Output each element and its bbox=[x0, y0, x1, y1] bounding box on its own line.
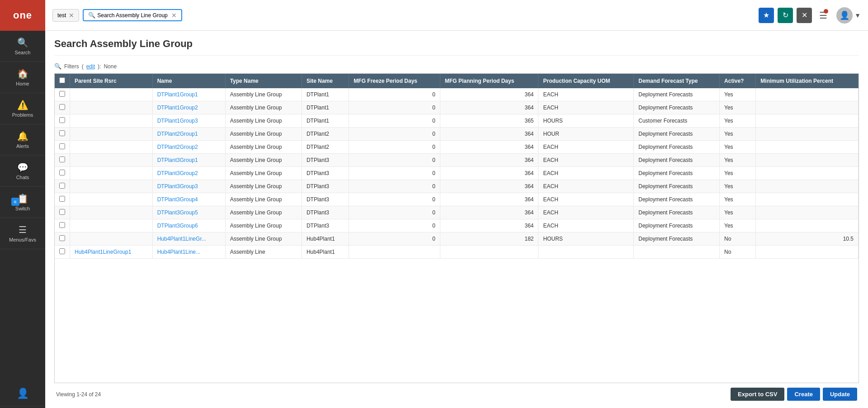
filter-icon: 🔍 bbox=[54, 63, 61, 70]
row-checkbox[interactable] bbox=[59, 104, 65, 110]
row-name[interactable]: Hub4Plant1LineGr... bbox=[152, 232, 225, 246]
row-checkbox-cell bbox=[55, 128, 70, 141]
row-name[interactable]: DTPlant1Group3 bbox=[152, 114, 225, 128]
footer-actions: Export to CSV Create Update bbox=[731, 388, 857, 401]
row-name[interactable]: DTPlant3Group1 bbox=[152, 154, 225, 167]
page-header: Search Assembly Line Group bbox=[54, 38, 859, 56]
row-name[interactable]: Hub4Plant1Line... bbox=[152, 246, 225, 259]
row-mfg-planning: 364 bbox=[440, 167, 538, 180]
table-row: DTPlant3Group3 Assembly Line Group DTPla… bbox=[55, 180, 859, 193]
row-mfg-planning bbox=[440, 246, 538, 259]
row-uom bbox=[538, 246, 634, 259]
row-name[interactable]: DTPlant2Group2 bbox=[152, 141, 225, 154]
row-checkbox[interactable] bbox=[59, 222, 65, 228]
row-checkbox[interactable] bbox=[59, 196, 65, 202]
sidebar-item-chats[interactable]: 💬 Chats bbox=[0, 156, 45, 187]
row-mfg-planning: 364 bbox=[440, 101, 538, 114]
home-icon: 🏠 bbox=[17, 68, 28, 79]
row-name[interactable]: DTPlant3Group3 bbox=[152, 180, 225, 193]
bell-icon: 🔔 bbox=[17, 131, 28, 142]
table-row: DTPlant3Group4 Assembly Line Group DTPla… bbox=[55, 193, 859, 206]
row-type: Assembly Line Group bbox=[225, 193, 302, 206]
row-name[interactable]: DTPlant1Group2 bbox=[152, 101, 225, 114]
sidebar-item-home[interactable]: 🏠 Home bbox=[0, 62, 45, 93]
filters-edit-link[interactable]: edit bbox=[86, 63, 95, 70]
row-min-util bbox=[756, 154, 859, 167]
favorite-button[interactable]: ★ bbox=[759, 8, 774, 23]
close-page-button[interactable]: ✕ bbox=[797, 8, 812, 23]
export-csv-button[interactable]: Export to CSV bbox=[731, 388, 784, 401]
row-checkbox-cell bbox=[55, 206, 70, 219]
row-name[interactable]: DTPlant2Group1 bbox=[152, 128, 225, 141]
row-type: Assembly Line Group bbox=[225, 128, 302, 141]
row-uom: EACH bbox=[538, 154, 634, 167]
row-uom: EACH bbox=[538, 101, 634, 114]
row-uom: EACH bbox=[538, 167, 634, 180]
row-checkbox[interactable] bbox=[59, 170, 65, 176]
row-active: Yes bbox=[720, 114, 756, 128]
row-uom: EACH bbox=[538, 180, 634, 193]
row-name[interactable]: DTPlant1Group1 bbox=[152, 88, 225, 101]
sidebar-item-search[interactable]: 🔍 Search bbox=[0, 31, 45, 62]
row-mfg-freeze: 0 bbox=[349, 88, 440, 101]
filters-edit-parens: ( bbox=[82, 63, 84, 70]
col-min-util: Minimum Utilization Percent bbox=[756, 74, 859, 88]
select-all-checkbox[interactable] bbox=[59, 77, 65, 83]
row-mfg-planning: 364 bbox=[440, 88, 538, 101]
notification-area: ☰ bbox=[819, 10, 827, 21]
row-name[interactable]: DTPlant3Group6 bbox=[152, 219, 225, 232]
row-type: Assembly Line Group bbox=[225, 88, 302, 101]
row-checkbox[interactable] bbox=[59, 183, 65, 189]
row-mfg-freeze: 0 bbox=[349, 193, 440, 206]
tab-test-close[interactable]: ✕ bbox=[69, 12, 74, 19]
row-demand-forecast: Deployment Forecasts bbox=[634, 206, 720, 219]
row-checkbox[interactable] bbox=[59, 130, 65, 136]
create-button[interactable]: Create bbox=[787, 388, 820, 401]
row-site: DTPlant3 bbox=[302, 180, 349, 193]
row-uom: HOUR bbox=[538, 128, 634, 141]
refresh-icon: ↻ bbox=[783, 11, 788, 19]
col-uom: Production Capacity UOM bbox=[538, 74, 634, 88]
row-checkbox-cell bbox=[55, 114, 70, 128]
app-logo[interactable]: one bbox=[0, 0, 45, 31]
row-checkbox[interactable] bbox=[59, 91, 65, 97]
row-demand-forecast: Deployment Forecasts bbox=[634, 128, 720, 141]
tab-search-close[interactable]: ✕ bbox=[171, 12, 177, 19]
sidebar-item-user[interactable]: 👤 bbox=[0, 381, 45, 406]
row-checkbox[interactable] bbox=[59, 117, 65, 123]
search-alg-input[interactable] bbox=[97, 12, 170, 19]
data-table: Parent Site Rsrc Name Type Name Site Nam… bbox=[55, 74, 859, 259]
row-min-util bbox=[756, 114, 859, 128]
row-name[interactable]: DTPlant3Group4 bbox=[152, 193, 225, 206]
sidebar-item-problems[interactable]: ⚠️ Problems bbox=[0, 93, 45, 124]
row-name[interactable]: DTPlant3Group2 bbox=[152, 167, 225, 180]
tab-test[interactable]: test ✕ bbox=[52, 9, 79, 22]
row-checkbox[interactable] bbox=[59, 143, 65, 149]
filters-bar: 🔍 Filters ( edit ): None bbox=[54, 63, 859, 70]
sidebar-item-menus[interactable]: ☰ Menus/Favs bbox=[0, 218, 45, 249]
row-checkbox[interactable] bbox=[59, 157, 65, 162]
row-checkbox[interactable] bbox=[59, 209, 65, 215]
row-active: Yes bbox=[720, 180, 756, 193]
row-site: DTPlant3 bbox=[302, 167, 349, 180]
row-uom: HOURS bbox=[538, 232, 634, 246]
update-button[interactable]: Update bbox=[823, 388, 857, 401]
refresh-button[interactable]: ↻ bbox=[778, 8, 793, 23]
row-demand-forecast: Customer Forecasts bbox=[634, 114, 720, 128]
notification-button[interactable]: ☰ bbox=[819, 10, 827, 21]
table-row: DTPlant3Group6 Assembly Line Group DTPla… bbox=[55, 219, 859, 232]
sidebar-item-label: Switch bbox=[15, 206, 30, 211]
chevron-down-icon[interactable]: ▼ bbox=[854, 12, 861, 19]
row-type: Assembly Line Group bbox=[225, 219, 302, 232]
sidebar-item-label: Menus/Favs bbox=[9, 237, 36, 242]
row-site: Hub4Plant1 bbox=[302, 246, 349, 259]
sidebar-item-switch[interactable]: 📋 ≡ Switch bbox=[0, 187, 45, 218]
row-checkbox[interactable] bbox=[59, 248, 65, 254]
row-mfg-planning: 364 bbox=[440, 193, 538, 206]
row-checkbox[interactable] bbox=[59, 235, 65, 241]
row-name[interactable]: DTPlant3Group5 bbox=[152, 206, 225, 219]
tab-search-alg[interactable]: 🔍 ✕ bbox=[83, 9, 182, 21]
footer: Viewing 1-24 of 24 Export to CSV Create … bbox=[54, 383, 859, 401]
row-mfg-planning: 365 bbox=[440, 114, 538, 128]
sidebar-item-alerts[interactable]: 🔔 Alerts bbox=[0, 124, 45, 156]
